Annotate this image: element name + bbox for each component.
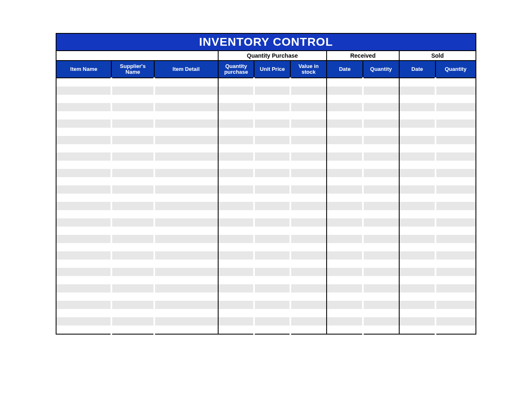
cell-item-detail: [154, 243, 218, 251]
cell-item-name: [56, 235, 111, 243]
cell-sold-date: [399, 243, 435, 251]
cell-supplier-name: [111, 243, 154, 251]
cell-unit-price: [254, 185, 290, 194]
cell-recv-date: [327, 177, 363, 185]
cell-item-detail: [154, 152, 218, 161]
cell-item-detail: [154, 251, 218, 260]
cell-qty-purchase: [218, 235, 254, 243]
cell-qty-purchase: [218, 251, 254, 260]
cell-value-in-stock: [290, 87, 327, 95]
cell-sold-date: [399, 218, 435, 227]
cell-item-detail: [154, 136, 218, 144]
cell-unit-price: [254, 177, 290, 185]
cell-recv-date: [327, 325, 363, 334]
cell-recv-date: [327, 185, 363, 194]
cell-item-name: [56, 177, 111, 185]
cell-item-name: [56, 251, 111, 260]
cell-sold-qty: [435, 202, 476, 210]
cell-qty-purchase: [218, 103, 254, 111]
cell-supplier-name: [111, 103, 154, 111]
cell-unit-price: [254, 317, 290, 325]
table-row: [56, 227, 476, 235]
cell-qty-purchase: [218, 317, 254, 325]
cell-value-in-stock: [290, 243, 327, 251]
cell-qty-purchase: [218, 210, 254, 218]
cell-qty-purchase: [218, 144, 254, 152]
cell-recv-qty: [363, 301, 399, 309]
cell-sold-qty: [435, 111, 476, 119]
cell-supplier-name: [111, 194, 154, 202]
cell-qty-purchase: [218, 169, 254, 177]
cell-recv-date: [327, 218, 363, 227]
cell-sold-qty: [435, 251, 476, 260]
cell-value-in-stock: [290, 325, 327, 334]
cell-sold-qty: [435, 103, 476, 111]
group-sold: Sold: [399, 51, 476, 61]
cell-recv-qty: [363, 194, 399, 202]
cell-sold-qty: [435, 276, 476, 284]
cell-supplier-name: [111, 177, 154, 185]
cell-sold-date: [399, 309, 435, 317]
cell-sold-date: [399, 152, 435, 161]
cell-item-detail: [154, 144, 218, 152]
cell-value-in-stock: [290, 260, 327, 268]
cell-sold-date: [399, 78, 435, 87]
cell-recv-qty: [363, 185, 399, 194]
cell-unit-price: [254, 325, 290, 334]
cell-recv-qty: [363, 251, 399, 260]
table-row: [56, 235, 476, 243]
cell-unit-price: [254, 111, 290, 119]
cell-recv-date: [327, 128, 363, 136]
cell-value-in-stock: [290, 119, 327, 128]
cell-recv-qty: [363, 144, 399, 152]
cell-recv-date: [327, 119, 363, 128]
cell-value-in-stock: [290, 136, 327, 144]
cell-recv-date: [327, 111, 363, 119]
cell-unit-price: [254, 144, 290, 152]
col-unit-price: Unit Price: [254, 61, 290, 78]
cell-item-name: [56, 210, 111, 218]
cell-item-detail: [154, 260, 218, 268]
cell-recv-qty: [363, 210, 399, 218]
cell-item-name: [56, 276, 111, 284]
cell-item-name: [56, 293, 111, 301]
cell-supplier-name: [111, 136, 154, 144]
cell-unit-price: [254, 301, 290, 309]
cell-sold-qty: [435, 325, 476, 334]
cell-qty-purchase: [218, 301, 254, 309]
cell-unit-price: [254, 268, 290, 276]
cell-supplier-name: [111, 169, 154, 177]
cell-sold-date: [399, 95, 435, 103]
cell-unit-price: [254, 87, 290, 95]
cell-qty-purchase: [218, 268, 254, 276]
cell-value-in-stock: [290, 268, 327, 276]
cell-value-in-stock: [290, 152, 327, 161]
cell-recv-qty: [363, 78, 399, 87]
cell-qty-purchase: [218, 95, 254, 103]
cell-sold-date: [399, 128, 435, 136]
cell-unit-price: [254, 276, 290, 284]
cell-supplier-name: [111, 111, 154, 119]
cell-sold-date: [399, 119, 435, 128]
cell-supplier-name: [111, 293, 154, 301]
cell-recv-date: [327, 293, 363, 301]
cell-qty-purchase: [218, 284, 254, 293]
cell-sold-qty: [435, 243, 476, 251]
cell-item-detail: [154, 87, 218, 95]
sheet-title: INVENTORY CONTROL: [56, 33, 476, 51]
table-row: [56, 268, 476, 276]
cell-unit-price: [254, 95, 290, 103]
cell-value-in-stock: [290, 301, 327, 309]
cell-unit-price: [254, 152, 290, 161]
cell-value-in-stock: [290, 111, 327, 119]
cell-qty-purchase: [218, 87, 254, 95]
cell-sold-date: [399, 169, 435, 177]
cell-value-in-stock: [290, 161, 327, 169]
cell-supplier-name: [111, 87, 154, 95]
cell-item-name: [56, 95, 111, 103]
cell-sold-qty: [435, 161, 476, 169]
cell-qty-purchase: [218, 119, 254, 128]
cell-sold-qty: [435, 78, 476, 87]
cell-value-in-stock: [290, 276, 327, 284]
cell-supplier-name: [111, 301, 154, 309]
